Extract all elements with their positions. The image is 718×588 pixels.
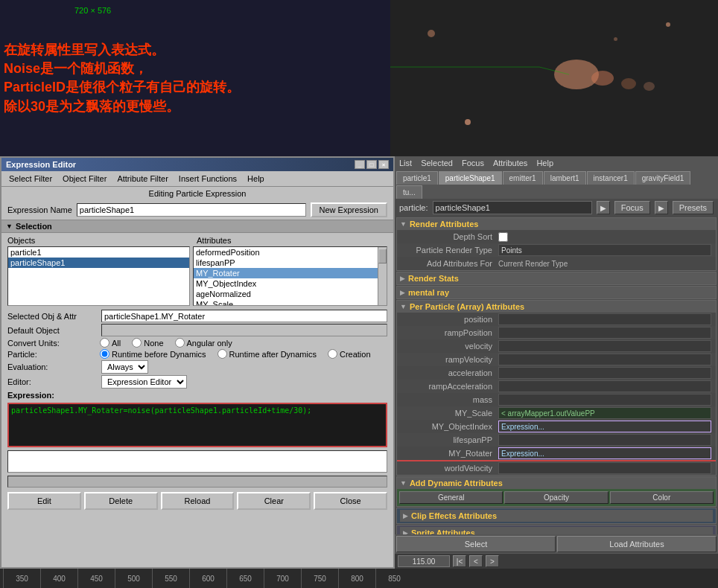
close-btn[interactable]: × (378, 160, 389, 169)
radio-none[interactable]: None (132, 338, 163, 348)
ramp-position-input[interactable] (498, 327, 711, 339)
clip-effects-header[interactable]: ▶ Clip Effects Attributes (400, 510, 713, 522)
section-expand-icon4: ▼ (400, 303, 407, 310)
tab-gravityfield1[interactable]: gravityField1 (635, 171, 691, 185)
edit-button[interactable]: Edit (7, 492, 81, 510)
tab-tu[interactable]: tu... (396, 185, 422, 199)
particle-render-type-input[interactable] (498, 244, 711, 256)
render-stats-header[interactable]: ▶ Render Stats (397, 272, 716, 284)
maximize-btn[interactable]: □ (366, 160, 377, 169)
menu-select-filter[interactable]: Select Filter (4, 173, 57, 185)
expression-textarea[interactable]: particleShape1.MY_Rotater=noise(particle… (7, 403, 387, 447)
radio-runtime-before[interactable]: Runtime before Dynamics (100, 349, 206, 359)
depth-sort-checkbox[interactable] (498, 232, 508, 242)
acceleration-label: acceleration (401, 368, 498, 377)
objects-listbox[interactable]: particle1 particleShape1 (7, 246, 190, 306)
list-item[interactable]: deformedPosition (194, 247, 387, 258)
focus-button[interactable]: Focus (614, 201, 650, 214)
nav-next-btn[interactable]: > (486, 555, 499, 567)
position-input[interactable] (498, 313, 711, 325)
tab-instancer1[interactable]: instancer1 (587, 171, 635, 185)
attr-menu-help[interactable]: Help (533, 158, 556, 168)
render-attributes-title: Render Attributes (410, 220, 479, 229)
mental-ray-header[interactable]: ▶ mental ray (397, 287, 716, 298)
scrollbar-thumb[interactable] (378, 249, 387, 263)
opacity-button[interactable]: Opacity (504, 491, 608, 504)
reload-button[interactable]: Reload (161, 492, 235, 510)
add-dynamic-header[interactable]: ▼ Add Dynamic Attributes (397, 477, 716, 489)
chinese-description: 在旋转属性里写入表达式。 Noise是一个随机函数， ParticleID是使很… (4, 41, 240, 116)
radio-angular[interactable]: Angular only (175, 338, 232, 348)
section-expand-icon3: ▶ (400, 289, 405, 296)
particle-name-input[interactable] (433, 201, 592, 214)
default-obj-input[interactable] (101, 324, 387, 336)
sprite-header[interactable]: ▶ Sprite Attributes (400, 527, 713, 534)
minimize-btn[interactable]: _ (355, 160, 365, 169)
select-button[interactable]: Select (396, 536, 556, 552)
menu-help[interactable]: Help (243, 173, 269, 185)
attr-menu-attributes[interactable]: Attributes (490, 158, 530, 168)
my-objectindex-input[interactable] (498, 421, 711, 432)
mass-input[interactable] (498, 394, 711, 406)
convert-units-row: Convert Units: All None Angular only (1, 337, 393, 348)
frame-number-input[interactable] (398, 555, 450, 567)
close-dialog-button[interactable]: Close (314, 492, 387, 510)
new-expression-button[interactable]: New Expression (311, 202, 387, 217)
dialog-title: Expression Editor (6, 160, 76, 169)
tab-particleshape1[interactable]: particleShape1 (439, 171, 502, 185)
attr-menu-focus[interactable]: Focus (459, 158, 487, 168)
per-particle-header[interactable]: ▼ Per Particle (Array) Attributes (397, 301, 716, 313)
menu-insert-functions[interactable]: Insert Functions (174, 173, 241, 185)
general-button[interactable]: General (399, 491, 503, 504)
list-item[interactable]: lifespanPP (194, 258, 387, 268)
nav-first-btn[interactable]: |< (453, 555, 466, 567)
position-row: position (397, 313, 716, 326)
my-rotater-input[interactable] (498, 447, 711, 459)
clear-button[interactable]: Clear (237, 492, 311, 510)
ramp-velocity-input[interactable] (498, 354, 711, 365)
menu-object-filter[interactable]: Object Filter (58, 173, 111, 185)
color-button[interactable]: Color (610, 491, 714, 504)
expression-editor-dialog: Expression Editor _ □ × Select Filter Ob… (0, 156, 395, 569)
list-item[interactable]: particle1 (8, 247, 189, 258)
tab-particle1[interactable]: particle1 (396, 171, 438, 185)
selection-section-header[interactable]: ▼ Selection (1, 220, 393, 233)
evaluation-select[interactable]: Always (101, 360, 148, 374)
list-item[interactable]: ageNormalized (194, 289, 387, 299)
radio-all[interactable]: All (100, 338, 121, 348)
list-item[interactable]: MY_ObjectIndex (194, 278, 387, 289)
attr-menu-selected[interactable]: Selected (418, 158, 456, 168)
particle-render-type-label: Particle Render Type (401, 246, 498, 255)
particle-icon-btn1[interactable]: ▶ (597, 201, 610, 214)
my-scale-input[interactable] (498, 407, 711, 419)
list-item-highlighted[interactable]: MY_Rotater (194, 268, 387, 278)
add-dynamic-section: ▼ Add Dynamic Attributes General Opacity… (396, 476, 717, 507)
expression-name-input[interactable] (77, 203, 306, 217)
world-velocity-input[interactable] (498, 462, 711, 474)
nav-prev-btn[interactable]: < (469, 555, 483, 567)
tab-emitter1[interactable]: emitter1 (503, 171, 543, 185)
lifespan-pp-input[interactable] (498, 434, 711, 446)
particle-icon-btn2[interactable]: ▶ (655, 201, 668, 214)
editor-select[interactable]: Expression Editor (101, 375, 187, 389)
tab-lambert1[interactable]: lambert1 (544, 171, 586, 185)
list-item[interactable]: MY_Scale (194, 299, 387, 306)
list-item-selected[interactable]: particleShape1 (8, 258, 189, 268)
my-rotater-row: MY_Rotater (397, 447, 716, 461)
presets-button[interactable]: Presets (673, 201, 714, 214)
dialog-controls[interactable]: _ □ × (355, 160, 389, 169)
ramp-accel-input[interactable] (498, 380, 711, 392)
selected-obj-input[interactable] (101, 310, 387, 322)
radio-runtime-after[interactable]: Runtime after Dynamics (217, 349, 317, 359)
attrs-scrollbar[interactable] (378, 247, 387, 305)
radio-creation[interactable]: Creation (328, 349, 371, 359)
acceleration-input[interactable] (498, 367, 711, 379)
attr-menu-list[interactable]: List (396, 158, 415, 168)
attributes-listbox[interactable]: deformedPosition lifespanPP MY_Rotater M… (193, 246, 387, 306)
evaluation-label: Evaluation: (7, 362, 97, 371)
render-attributes-header[interactable]: ▼ Render Attributes (397, 218, 716, 230)
load-attributes-button[interactable]: Load Attributes (557, 536, 717, 552)
menu-attribute-filter[interactable]: Attribute Filter (112, 173, 172, 185)
velocity-input[interactable] (498, 340, 711, 352)
delete-button[interactable]: Delete (84, 492, 158, 510)
